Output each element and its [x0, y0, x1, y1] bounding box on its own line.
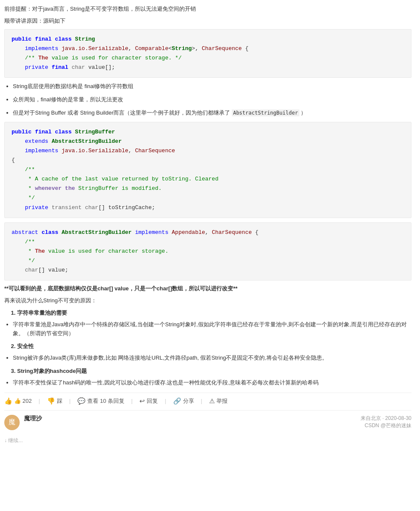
- next-comment-hint: ↓ 继续...: [4, 437, 411, 444]
- dislike-label: 踩: [57, 397, 62, 405]
- bold-conclusion: **可以看到的是，底层数据结构仅仅是char[] value，只是一个char[…: [4, 285, 411, 292]
- author-meta-row: 魔理沙 来自北京 · 2020-08-30 CSDN @芒格的迷妹: [24, 415, 411, 429]
- comment-button[interactable]: 💬 查看 10 条回复: [77, 397, 124, 405]
- comment-icon: 💬: [77, 397, 86, 405]
- author-location: 来自北京 · 2020-08-30: [361, 415, 411, 422]
- bullet-list-1: String底层使用的数据结构是 final修饰的字符数组 众所周知，final…: [13, 82, 411, 117]
- warning-text: 前排提醒：对于java而言，String是不可变字符数组，所以无法避免空间的开销: [4, 5, 411, 13]
- author-meta: 来自北京 · 2020-08-30 CSDN @芒格的迷妹: [361, 415, 411, 429]
- divider-1: |: [38, 398, 40, 404]
- author-platform: CSDN @芒格的迷妹: [361, 422, 411, 429]
- dislike-icon: 👎: [47, 397, 55, 405]
- report-button[interactable]: ⚠ 举报: [209, 397, 228, 405]
- code-block-string: public final class String implements jav…: [4, 29, 411, 78]
- report-label: 举报: [216, 397, 228, 405]
- divider-2: |: [69, 398, 71, 404]
- reason-1-title: 字符串常量池的需要: [17, 309, 411, 318]
- code-block-abstract: abstract class AbstractStringBuilder imp…: [4, 222, 411, 281]
- divider-3: |: [131, 398, 133, 404]
- share-icon: 🔗: [173, 397, 181, 405]
- reasons-section: 字符串常量池的需要 字符串常量池是Java堆内存中一个特殊的存储区域,当创建一个…: [4, 309, 411, 387]
- bullet-item: String底层使用的数据结构是 final修饰的字符数组: [13, 82, 411, 91]
- reason-3-title: String对象的hashcode问题: [17, 367, 411, 376]
- bullet-item: 众所周知，final修饰的是常量，所以无法更改: [13, 95, 411, 104]
- divider-4: |: [165, 398, 166, 404]
- divider-5: |: [201, 398, 202, 404]
- dislike-button[interactable]: 👎 踩: [47, 397, 62, 405]
- comment-label: 查看 10 条回复: [87, 397, 124, 405]
- reason-3-bullet: 字符串不变性保证了hash码的唯一性,因此可以放心地进行缓存.这也是一种性能优化…: [13, 378, 411, 387]
- avatar: 魔: [4, 415, 20, 430]
- subtitle-text: 顺带讲讲原因：源码如下: [4, 17, 411, 25]
- bullet-item: 但是对于String Buffer 或者 String Builder而言（这里…: [13, 109, 411, 118]
- reason-intro: 再来说说为什么String不可变的原因：: [4, 297, 411, 304]
- like-count: 👍 202: [14, 398, 32, 404]
- reply-label: 回复: [147, 397, 158, 405]
- reply-icon: ↩: [139, 397, 145, 405]
- author-info: 魔理沙 来自北京 · 2020-08-30 CSDN @芒格的迷妹: [24, 415, 411, 429]
- share-label: 分享: [183, 397, 194, 405]
- reason-2-bullet: String被许多的Java类(库)用来做参数,比如 网络连接地址URL,文件路…: [13, 354, 411, 363]
- reason-2-title: 安全性: [17, 342, 411, 351]
- action-bar: 👍 👍 202 | 👎 踩 | 💬 查看 10 条回复 | ↩ 回复 | 🔗 分…: [4, 393, 411, 405]
- like-button[interactable]: 👍 👍 202: [4, 397, 32, 405]
- author-name[interactable]: 魔理沙: [24, 415, 42, 422]
- like-icon: 👍: [4, 397, 12, 405]
- report-icon: ⚠: [209, 397, 215, 405]
- code-block-stringbuffer: public final class StringBuffer extends …: [4, 122, 411, 218]
- share-button[interactable]: 🔗 分享: [173, 397, 194, 405]
- comment-author-section: 魔 魔理沙 来自北京 · 2020-08-30 CSDN @芒格的迷妹: [4, 410, 411, 430]
- reply-button[interactable]: ↩ 回复: [139, 397, 158, 405]
- reason-1-bullet: 字符串常量池是Java堆内存中一个特殊的存储区域,当创建一个String对象时,…: [13, 320, 411, 338]
- avatar-char: 魔: [9, 418, 15, 427]
